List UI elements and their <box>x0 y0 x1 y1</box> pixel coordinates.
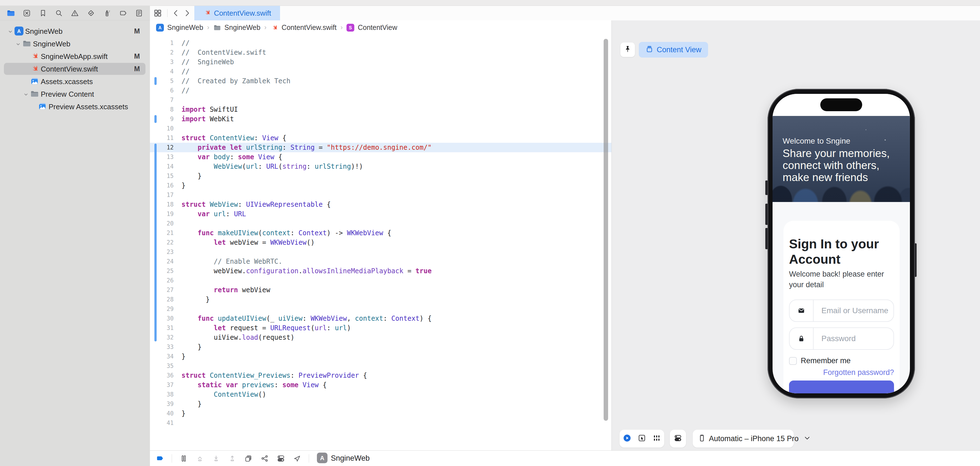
bookmarks-icon[interactable] <box>38 8 48 18</box>
tests-icon[interactable] <box>86 8 96 18</box>
modified-badge: M <box>134 65 140 73</box>
tree-item-preview-assets-xcassets[interactable]: Preview Assets.xcassets <box>0 100 150 113</box>
share-nodes-icon[interactable] <box>260 454 269 463</box>
download-icon[interactable] <box>212 454 221 463</box>
code-line-9[interactable]: 9import WebKit <box>150 114 611 124</box>
editor-mode-icon[interactable] <box>156 454 164 463</box>
remember-me-checkbox[interactable] <box>789 357 797 365</box>
code-line-16[interactable]: 16} <box>150 181 611 190</box>
find-icon[interactable] <box>54 8 64 18</box>
code-line-28[interactable]: 28 } <box>150 295 611 304</box>
code-line-4[interactable]: 4// <box>150 67 611 76</box>
code-line-21[interactable]: 21 func makeUIView(context: Context) -> … <box>150 228 611 238</box>
code-line-23[interactable]: 23 <box>150 247 611 257</box>
layers-icon[interactable] <box>244 454 253 463</box>
code-line-26[interactable]: 26 <box>150 276 611 285</box>
breadcrumb-item[interactable]: SngineWeb <box>224 24 261 32</box>
line-number: 26 <box>150 276 173 285</box>
code-editor[interactable]: ASngineWeb›SngineWeb›ContentView.swift›S… <box>150 21 611 450</box>
code-line-13[interactable]: 13 var body: some View { <box>150 152 611 162</box>
code-line-34[interactable]: 34} <box>150 352 611 361</box>
signin-card: Sign In to yourAccount Welcome back! ple… <box>783 221 900 393</box>
code-line-35[interactable]: 35 <box>150 361 611 371</box>
code-line-37[interactable]: 37 static var previews: some View { <box>150 380 611 390</box>
toggles-icon[interactable] <box>277 454 285 463</box>
disclosure-chevron-icon[interactable] <box>23 91 29 97</box>
forward-chevron-icon[interactable] <box>182 8 192 18</box>
upload-icon[interactable] <box>228 454 237 463</box>
code-line-11[interactable]: 11struct ContentView: View { <box>150 133 611 143</box>
tree-item-snginewebapp-swift[interactable]: SngineWebApp.swiftM <box>0 50 150 62</box>
editor-scrollbar[interactable] <box>604 39 608 421</box>
code-line-5[interactable]: 5// Created by Zamblek Tech <box>150 76 611 86</box>
dynamic-island <box>820 98 862 111</box>
canvas-up-icon[interactable] <box>196 454 204 463</box>
issues-icon[interactable] <box>70 8 80 18</box>
code-line-8[interactable]: 8import SwiftUI <box>150 105 611 114</box>
breadcrumb-item[interactable]: ContentView.swift <box>282 24 337 32</box>
code-line-12[interactable]: 12 private let urlString: String = "http… <box>150 143 611 152</box>
code-line-15[interactable]: 15 } <box>150 171 611 181</box>
code-line-25[interactable]: 25 webView.configuration.allowsInlineMed… <box>150 266 611 276</box>
tree-item-preview-content[interactable]: Preview Content <box>0 88 150 100</box>
breadcrumb-item[interactable]: SngineWeb <box>167 24 203 32</box>
code-line-18[interactable]: 18struct WebView: UIViewRepresentable { <box>150 200 611 209</box>
device-selector[interactable]: Automatic – iPhone 15 Pro <box>693 430 794 448</box>
code-line-14[interactable]: 14 WebView(url: URL(string: urlString)!) <box>150 162 611 171</box>
breakpoints-icon[interactable] <box>118 8 128 18</box>
code-line-33[interactable]: 33 } <box>150 342 611 352</box>
code-line-40[interactable]: 40} <box>150 409 611 418</box>
code-line-24[interactable]: 24 // Enable WebRTC. <box>150 257 611 266</box>
code-line-22[interactable]: 22 let webView = WKWebView() <box>150 238 611 247</box>
tree-item-sngineweb[interactable]: SngineWeb <box>0 37 150 50</box>
related-items-grid-icon[interactable] <box>153 8 162 18</box>
code-line-3[interactable]: 3// SngineWeb <box>150 57 611 67</box>
location-arrow-icon[interactable] <box>293 454 302 463</box>
code-line-39[interactable]: 39 } <box>150 399 611 409</box>
code-line-31[interactable]: 31 let request = URLRequest(url: url) <box>150 323 611 333</box>
code-line-27[interactable]: 27 return webView <box>150 285 611 295</box>
tree-item-contentview-swift[interactable]: ContentView.swiftM <box>0 62 150 75</box>
code-area[interactable]: 1//2// ContentView.swift3// SngineWeb4//… <box>150 34 611 428</box>
columns-icon[interactable] <box>179 454 188 463</box>
forgot-password-link[interactable]: Forgotten password? <box>823 368 894 377</box>
device-settings-button[interactable] <box>674 434 682 444</box>
tab-contentview-swift[interactable]: ContentView.swift <box>194 6 280 21</box>
breadcrumb-item[interactable]: ContentView <box>358 24 397 32</box>
code-line-7[interactable]: 7 <box>150 95 611 105</box>
disclosure-chevron-icon[interactable] <box>7 28 13 34</box>
live-preview-play-button[interactable] <box>623 434 631 444</box>
disclosure-chevron-icon[interactable] <box>15 40 21 47</box>
code-line-6[interactable]: 6// <box>150 86 611 95</box>
tree-item-assets-xcassets[interactable]: Assets.xcassets <box>0 75 150 88</box>
password-field[interactable]: Password <box>789 327 894 350</box>
tree-item-sngineweb[interactable]: ASngineWebM <box>0 25 150 37</box>
code-line-2[interactable]: 2// ContentView.swift <box>150 48 611 57</box>
code-line-38[interactable]: 38 ContentView() <box>150 390 611 399</box>
signin-button[interactable]: Sign In <box>789 380 894 393</box>
back-chevron-icon[interactable] <box>171 8 181 18</box>
debug-icon[interactable] <box>102 8 112 18</box>
code-line-41[interactable]: 41 <box>150 418 611 428</box>
password-placeholder: Password <box>821 334 856 343</box>
code-line-1[interactable]: 1// <box>150 38 611 48</box>
email-field[interactable]: Email or Username <box>789 300 894 322</box>
code-line-36[interactable]: 36struct ContentView_Previews: PreviewPr… <box>150 371 611 380</box>
code-line-19[interactable]: 19 var url: URL <box>150 209 611 219</box>
preview-pin-button[interactable] <box>620 43 635 57</box>
code-line-32[interactable]: 32 uiView.load(request) <box>150 333 611 342</box>
reports-icon[interactable] <box>134 8 144 18</box>
code-line-20[interactable]: 20 <box>150 219 611 228</box>
code-line-17[interactable]: 17 <box>150 190 611 200</box>
code-line-29[interactable]: 29 <box>150 304 611 314</box>
source-control-icon[interactable] <box>22 8 32 18</box>
code-line-30[interactable]: 30 func updateUIView(_ uiView: WKWebView… <box>150 314 611 323</box>
preview-target-pill[interactable]: Content View <box>639 42 708 57</box>
project-navigator-icon[interactable] <box>6 8 16 18</box>
selectable-mode-button[interactable] <box>638 434 646 444</box>
active-scheme[interactable]: A SngineWeb <box>317 453 370 464</box>
code-line-10[interactable]: 10 <box>150 124 611 133</box>
remember-me-row[interactable]: Remember me <box>789 356 851 365</box>
breadcrumb[interactable]: ASngineWeb›SngineWeb›ContentView.swift›S… <box>150 21 611 34</box>
variants-mode-button[interactable] <box>652 434 661 444</box>
